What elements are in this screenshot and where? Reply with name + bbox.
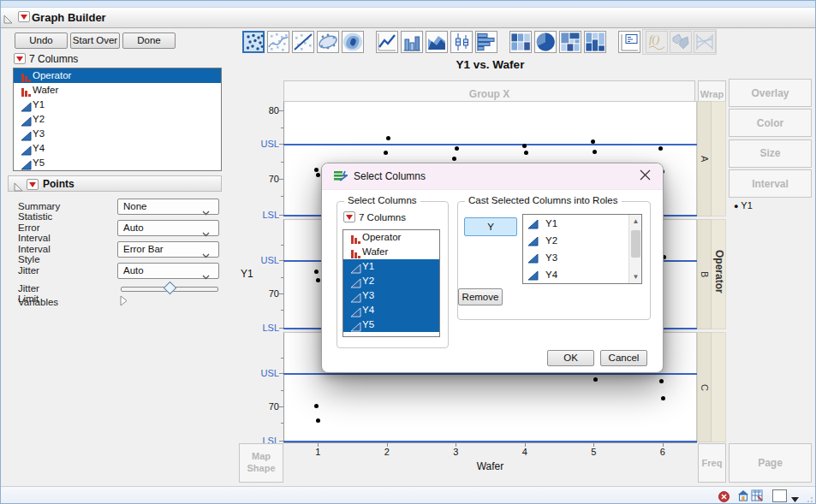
ellipse-icon[interactable] [317, 31, 339, 53]
line-chart-icon[interactable] [376, 31, 398, 53]
summary-statistic-dropdown[interactable]: None [117, 199, 219, 215]
data-point [314, 168, 319, 172]
contour-icon[interactable] [342, 31, 364, 53]
map-shape-drop-zone[interactable]: Map Shape [239, 443, 283, 483]
column-item-y2[interactable]: Y2 [14, 112, 221, 127]
scrollbar-thumb[interactable] [631, 230, 640, 258]
y-axis-minor-tick [281, 358, 283, 359]
caption-box-icon[interactable] [618, 31, 640, 53]
jitter-dropdown[interactable]: Auto [117, 263, 219, 279]
treemap-icon[interactable] [559, 31, 581, 53]
mosaic-icon[interactable] [584, 31, 606, 53]
heatmap-icon[interactable] [509, 31, 532, 53]
role-item-label: Y2 [545, 232, 557, 249]
dropdown-value: Error Bar [123, 244, 164, 254]
role-list-scrollbar[interactable]: ▲ ▼ [628, 215, 641, 283]
variables-disclosure-icon[interactable] [120, 294, 128, 310]
data-point [593, 377, 598, 382]
select-columns-dialog: Select Columns Select Columns 7 Columns … [321, 163, 664, 373]
scroll-down-icon[interactable]: ▼ [629, 270, 642, 283]
chart-title: Y1 vs. Wafer [283, 58, 697, 71]
error-interval-dropdown[interactable]: Auto [117, 220, 219, 236]
ok-button[interactable]: OK [547, 350, 594, 366]
status-bar [1, 486, 815, 504]
points-option-label: Interval Style [18, 244, 51, 264]
dialog-title: Select Columns [354, 170, 426, 182]
column-item-y2[interactable]: Y2 [343, 274, 439, 288]
column-item-label: Y3 [33, 127, 45, 141]
x-axis-tick-label: 3 [443, 447, 468, 457]
scroll-up-icon[interactable]: ▲ [629, 215, 642, 228]
role-item-y3[interactable]: Y3 [523, 249, 641, 266]
panel-label: C [700, 384, 710, 391]
line-of-fit-icon[interactable] [292, 31, 314, 53]
column-item-label: Wafer [362, 245, 388, 259]
columns-red-triangle-button[interactable] [14, 53, 26, 64]
column-item-y5[interactable]: Y5 [343, 317, 439, 332]
column-item-operator[interactable]: Operator [343, 230, 439, 245]
column-item-label: Operator [362, 230, 401, 245]
column-item-wafer[interactable]: Wafer [343, 245, 439, 259]
role-item-y2[interactable]: Y2 [523, 232, 641, 249]
box-plot-icon[interactable] [450, 31, 473, 53]
smoother-icon[interactable] [267, 31, 289, 53]
interval-drop-zone[interactable]: Interval [729, 169, 812, 198]
y-axis-minor-tick [281, 127, 283, 128]
size-drop-zone[interactable]: Size [729, 139, 812, 168]
column-item-label: Y1 [33, 98, 45, 112]
swatch-dropdown-arrow-icon[interactable] [791, 491, 799, 504]
points-red-triangle-button[interactable] [27, 179, 39, 190]
select-columns-group-label: Select Columns [344, 195, 420, 205]
overlay-drop-zone[interactable]: Overlay [729, 79, 812, 107]
freq-drop-zone[interactable]: Freq [698, 443, 726, 483]
data-table-icon[interactable] [751, 489, 763, 504]
role-item-y4[interactable]: Y4 [523, 266, 641, 283]
column-item-y5[interactable]: Y5 [14, 156, 221, 170]
pie-chart-icon[interactable] [534, 31, 557, 53]
resize-grip[interactable] [804, 494, 813, 504]
y-axis-tick [279, 373, 283, 374]
dialog-columns-red-triangle-button[interactable] [343, 211, 355, 222]
y-axis-tick [279, 406, 283, 407]
error-badge-icon[interactable] [718, 490, 730, 504]
column-item-y4[interactable]: Y4 [14, 141, 221, 156]
points-scatter-icon[interactable] [242, 31, 265, 53]
color-swatch[interactable] [772, 489, 787, 502]
red-triangle-menu-button[interactable] [18, 11, 30, 22]
jitter-limit-slider-thumb[interactable] [164, 282, 177, 295]
map-shape-icon [670, 31, 692, 53]
column-item-y1[interactable]: Y1 [14, 98, 221, 112]
column-item-operator[interactable]: Operator [14, 68, 221, 83]
data-point [661, 396, 665, 400]
column-item-wafer[interactable]: Wafer [14, 83, 221, 98]
close-icon[interactable] [639, 169, 652, 185]
undo-button[interactable]: Undo [15, 33, 68, 49]
select-columns-dialog-icon [333, 169, 348, 187]
column-item-y1[interactable]: Y1 [343, 259, 439, 274]
spec-limit-line-upper [283, 144, 697, 145]
y-role-button[interactable]: Y [464, 217, 517, 236]
bar-chart-icon[interactable] [401, 31, 423, 53]
points-option-label: Error Interval [18, 222, 51, 243]
role-item-y1[interactable]: Y1 [523, 215, 641, 232]
cancel-button[interactable]: Cancel [600, 350, 647, 366]
interval-style-dropdown[interactable]: Error Bar [117, 241, 219, 258]
done-button[interactable]: Done [122, 33, 176, 49]
column-item-y3[interactable]: Y3 [14, 127, 221, 141]
column-item-y4[interactable]: Y4 [343, 303, 439, 317]
column-item-y3[interactable]: Y3 [343, 288, 439, 303]
columns-list: OperatorWaferY1Y2Y3Y4Y5 [13, 68, 222, 171]
color-drop-zone[interactable]: Color [729, 109, 812, 137]
y-role-list: Y1Y2Y3Y4 ▲ ▼ [522, 214, 642, 284]
remove-button[interactable]: Remove [458, 288, 503, 305]
home-window-icon[interactable] [737, 489, 749, 504]
dialog-titlebar: Select Columns [322, 163, 663, 190]
histogram-icon[interactable] [475, 31, 497, 53]
start-over-button[interactable]: Start Over [70, 33, 120, 49]
jitter-limit-slider-track[interactable] [121, 287, 218, 292]
area-chart-icon[interactable] [426, 31, 448, 53]
page-drop-zone[interactable]: Page [729, 443, 812, 483]
collapse-triangle-icon[interactable] [3, 12, 13, 27]
collapse-triangle-icon[interactable] [14, 180, 23, 195]
column-item-label: Y1 [362, 259, 374, 274]
